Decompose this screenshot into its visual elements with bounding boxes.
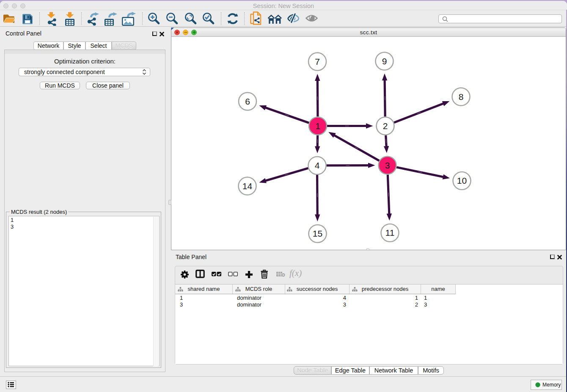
svg-text:6: 6	[245, 97, 250, 106]
svg-text:15: 15	[313, 229, 322, 238]
svg-text:10: 10	[457, 176, 467, 185]
svg-text:14: 14	[242, 181, 253, 191]
svg-text:7: 7	[315, 57, 320, 66]
svg-text:3: 3	[385, 160, 390, 170]
svg-text:11: 11	[385, 228, 395, 237]
svg-text:4: 4	[315, 160, 320, 170]
svg-text:8: 8	[459, 92, 464, 102]
svg-text:2: 2	[383, 121, 388, 131]
svg-text:1: 1	[315, 121, 320, 131]
svg-text:9: 9	[382, 56, 387, 66]
